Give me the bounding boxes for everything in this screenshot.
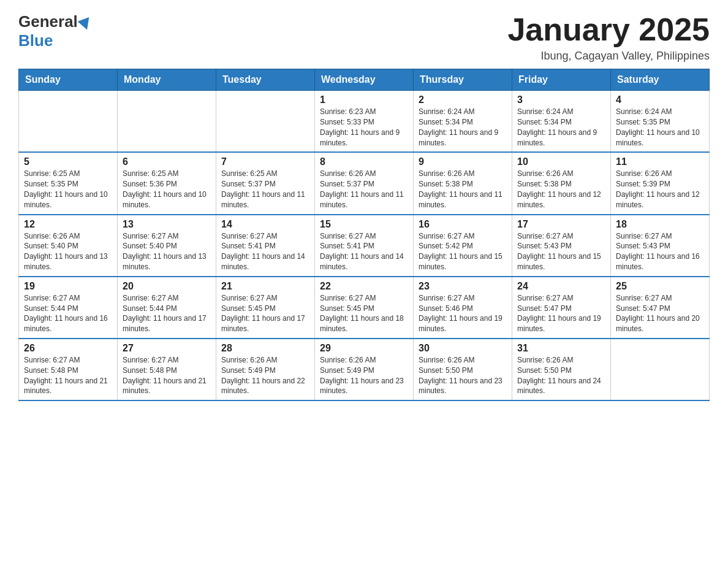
calendar-cell: 2Sunrise: 6:24 AM Sunset: 5:34 PM Daylig… <box>414 91 512 153</box>
logo-arrow-icon <box>77 17 93 32</box>
day-header-saturday: Saturday <box>611 69 710 91</box>
calendar-table: SundayMondayTuesdayWednesdayThursdayFrid… <box>18 69 710 401</box>
day-header-monday: Monday <box>118 69 216 91</box>
day-info: Sunrise: 6:26 AM Sunset: 5:49 PM Dayligh… <box>221 355 309 396</box>
day-number: 4 <box>616 94 704 105</box>
page-header: General Blue January 2025 Ibung, Cagayan… <box>18 12 710 63</box>
day-info: Sunrise: 6:24 AM Sunset: 5:34 PM Dayligh… <box>517 107 605 148</box>
day-number: 7 <box>221 156 309 167</box>
calendar-week-row: 12Sunrise: 6:26 AM Sunset: 5:40 PM Dayli… <box>19 215 710 277</box>
day-info: Sunrise: 6:24 AM Sunset: 5:35 PM Dayligh… <box>616 107 704 148</box>
day-number: 29 <box>320 343 408 354</box>
day-info: Sunrise: 6:26 AM Sunset: 5:50 PM Dayligh… <box>419 355 507 396</box>
calendar-cell: 14Sunrise: 6:27 AM Sunset: 5:41 PM Dayli… <box>216 215 315 277</box>
day-header-tuesday: Tuesday <box>216 69 315 91</box>
day-number: 30 <box>419 343 507 354</box>
logo: General Blue <box>18 12 91 50</box>
calendar-cell: 24Sunrise: 6:27 AM Sunset: 5:47 PM Dayli… <box>512 277 611 339</box>
day-info: Sunrise: 6:24 AM Sunset: 5:34 PM Dayligh… <box>419 107 507 148</box>
day-number: 15 <box>320 219 408 230</box>
day-number: 31 <box>517 343 605 354</box>
day-number: 13 <box>123 219 211 230</box>
day-number: 16 <box>419 219 507 230</box>
day-info: Sunrise: 6:27 AM Sunset: 5:47 PM Dayligh… <box>616 293 704 334</box>
calendar-cell: 1Sunrise: 6:23 AM Sunset: 5:33 PM Daylig… <box>315 91 414 153</box>
calendar-cell: 27Sunrise: 6:27 AM Sunset: 5:48 PM Dayli… <box>118 339 216 400</box>
calendar-cell: 13Sunrise: 6:27 AM Sunset: 5:40 PM Dayli… <box>118 215 216 277</box>
calendar-cell: 31Sunrise: 6:26 AM Sunset: 5:50 PM Dayli… <box>512 339 611 400</box>
day-info: Sunrise: 6:27 AM Sunset: 5:43 PM Dayligh… <box>616 231 704 272</box>
day-info: Sunrise: 6:25 AM Sunset: 5:36 PM Dayligh… <box>123 169 211 210</box>
calendar-cell <box>216 91 315 153</box>
day-number: 25 <box>616 281 704 292</box>
day-number: 14 <box>221 219 309 230</box>
day-info: Sunrise: 6:27 AM Sunset: 5:42 PM Dayligh… <box>419 231 507 272</box>
day-info: Sunrise: 6:27 AM Sunset: 5:41 PM Dayligh… <box>320 231 408 272</box>
calendar-cell <box>19 91 118 153</box>
day-info: Sunrise: 6:27 AM Sunset: 5:41 PM Dayligh… <box>221 231 309 272</box>
calendar-cell: 20Sunrise: 6:27 AM Sunset: 5:44 PM Dayli… <box>118 277 216 339</box>
day-info: Sunrise: 6:27 AM Sunset: 5:48 PM Dayligh… <box>24 355 112 396</box>
calendar-cell: 26Sunrise: 6:27 AM Sunset: 5:48 PM Dayli… <box>19 339 118 400</box>
day-info: Sunrise: 6:26 AM Sunset: 5:39 PM Dayligh… <box>616 169 704 210</box>
calendar-cell: 9Sunrise: 6:26 AM Sunset: 5:38 PM Daylig… <box>414 152 512 214</box>
calendar-week-row: 26Sunrise: 6:27 AM Sunset: 5:48 PM Dayli… <box>19 339 710 400</box>
calendar-cell: 29Sunrise: 6:26 AM Sunset: 5:49 PM Dayli… <box>315 339 414 400</box>
day-number: 2 <box>419 94 507 105</box>
day-info: Sunrise: 6:27 AM Sunset: 5:48 PM Dayligh… <box>123 355 211 396</box>
day-info: Sunrise: 6:25 AM Sunset: 5:37 PM Dayligh… <box>221 169 309 210</box>
calendar-cell: 28Sunrise: 6:26 AM Sunset: 5:49 PM Dayli… <box>216 339 315 400</box>
day-number: 27 <box>123 343 211 354</box>
day-info: Sunrise: 6:27 AM Sunset: 5:40 PM Dayligh… <box>123 231 211 272</box>
day-info: Sunrise: 6:27 AM Sunset: 5:45 PM Dayligh… <box>320 293 408 334</box>
logo-general: General <box>18 12 78 31</box>
day-info: Sunrise: 6:27 AM Sunset: 5:45 PM Dayligh… <box>221 293 309 334</box>
calendar-cell: 3Sunrise: 6:24 AM Sunset: 5:34 PM Daylig… <box>512 91 611 153</box>
calendar-header-row: SundayMondayTuesdayWednesdayThursdayFrid… <box>19 69 710 91</box>
day-number: 8 <box>320 156 408 167</box>
day-number: 11 <box>616 156 704 167</box>
day-number: 10 <box>517 156 605 167</box>
day-number: 9 <box>419 156 507 167</box>
day-number: 23 <box>419 281 507 292</box>
day-number: 21 <box>221 281 309 292</box>
day-number: 3 <box>517 94 605 105</box>
day-header-friday: Friday <box>512 69 611 91</box>
day-info: Sunrise: 6:27 AM Sunset: 5:47 PM Dayligh… <box>517 293 605 334</box>
calendar-cell: 25Sunrise: 6:27 AM Sunset: 5:47 PM Dayli… <box>611 277 710 339</box>
day-info: Sunrise: 6:25 AM Sunset: 5:35 PM Dayligh… <box>24 169 112 210</box>
day-number: 6 <box>123 156 211 167</box>
location-title: Ibung, Cagayan Valley, Philippines <box>507 50 710 63</box>
day-info: Sunrise: 6:26 AM Sunset: 5:38 PM Dayligh… <box>517 169 605 210</box>
day-info: Sunrise: 6:26 AM Sunset: 5:37 PM Dayligh… <box>320 169 408 210</box>
calendar-cell: 18Sunrise: 6:27 AM Sunset: 5:43 PM Dayli… <box>611 215 710 277</box>
calendar-week-row: 1Sunrise: 6:23 AM Sunset: 5:33 PM Daylig… <box>19 91 710 153</box>
calendar-cell <box>118 91 216 153</box>
calendar-cell: 6Sunrise: 6:25 AM Sunset: 5:36 PM Daylig… <box>118 152 216 214</box>
day-number: 19 <box>24 281 112 292</box>
day-info: Sunrise: 6:27 AM Sunset: 5:44 PM Dayligh… <box>123 293 211 334</box>
day-number: 1 <box>320 94 408 105</box>
day-info: Sunrise: 6:27 AM Sunset: 5:44 PM Dayligh… <box>24 293 112 334</box>
day-number: 5 <box>24 156 112 167</box>
calendar-cell: 5Sunrise: 6:25 AM Sunset: 5:35 PM Daylig… <box>19 152 118 214</box>
calendar-cell: 8Sunrise: 6:26 AM Sunset: 5:37 PM Daylig… <box>315 152 414 214</box>
day-info: Sunrise: 6:26 AM Sunset: 5:40 PM Dayligh… <box>24 231 112 272</box>
logo-blue: Blue <box>18 31 91 50</box>
calendar-cell: 15Sunrise: 6:27 AM Sunset: 5:41 PM Dayli… <box>315 215 414 277</box>
day-number: 18 <box>616 219 704 230</box>
calendar-cell: 21Sunrise: 6:27 AM Sunset: 5:45 PM Dayli… <box>216 277 315 339</box>
day-info: Sunrise: 6:26 AM Sunset: 5:49 PM Dayligh… <box>320 355 408 396</box>
calendar-cell: 7Sunrise: 6:25 AM Sunset: 5:37 PM Daylig… <box>216 152 315 214</box>
calendar-cell: 11Sunrise: 6:26 AM Sunset: 5:39 PM Dayli… <box>611 152 710 214</box>
day-number: 22 <box>320 281 408 292</box>
day-info: Sunrise: 6:27 AM Sunset: 5:43 PM Dayligh… <box>517 231 605 272</box>
calendar-cell: 30Sunrise: 6:26 AM Sunset: 5:50 PM Dayli… <box>414 339 512 400</box>
day-info: Sunrise: 6:23 AM Sunset: 5:33 PM Dayligh… <box>320 107 408 148</box>
calendar-cell <box>611 339 710 400</box>
day-info: Sunrise: 6:27 AM Sunset: 5:46 PM Dayligh… <box>419 293 507 334</box>
day-number: 17 <box>517 219 605 230</box>
day-number: 12 <box>24 219 112 230</box>
month-title: January 2025 <box>507 12 710 47</box>
day-header-thursday: Thursday <box>414 69 512 91</box>
